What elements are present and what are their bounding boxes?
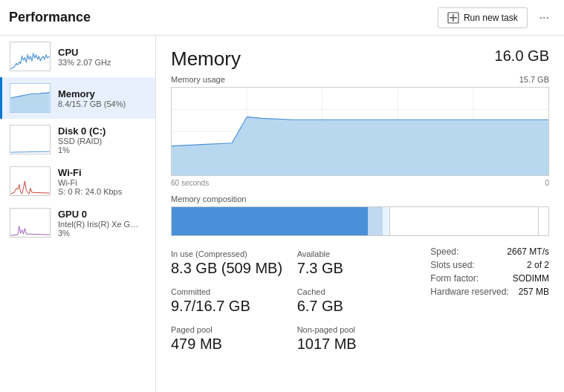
committed-value: 9.7/16.7 GB: [171, 298, 297, 315]
sidebar-item-cpu[interactable]: CPU 33% 2.07 GHz: [0, 36, 155, 77]
cpu-info: CPU 33% 2.07 GHz: [58, 47, 148, 67]
chart-axis: 60 seconds 0: [171, 179, 549, 187]
inuse-segment: [172, 207, 368, 235]
slots-row: Slots used: 2 of 2: [430, 260, 549, 270]
paged-pool-label: Paged pool: [171, 325, 297, 334]
non-paged-pool-value: 1017 MB: [297, 336, 424, 353]
disk-info: Disk 0 (C:) SSD (RAID) 1%: [58, 125, 148, 154]
wifi-label: Wi-Fi: [58, 167, 148, 178]
usage-label: Memory usage: [171, 75, 225, 84]
chart-left-label: 60 seconds: [171, 179, 209, 187]
svg-rect-2: [453, 14, 454, 22]
svg-marker-3: [10, 92, 49, 112]
slots-label: Slots used:: [430, 260, 474, 270]
committed-label: Committed: [171, 287, 297, 296]
gpu-info: GPU 0 Intel(R) Iris(R) Xe G… 3%: [58, 209, 148, 238]
gpu-thumbnail: [10, 208, 51, 238]
in-use-block: In use (Compressed) 8.3 GB (509 MB): [171, 246, 297, 284]
speed-value: 2667 MT/s: [507, 246, 549, 257]
hardware-segment: [538, 207, 548, 235]
in-use-value: 8.3 GB (509 MB): [171, 260, 297, 277]
app-container: Performance Run new task ···: [0, 0, 564, 392]
disk-label: Disk 0 (C:): [58, 125, 148, 137]
chart-right-label: 0: [545, 179, 549, 187]
run-new-task-button[interactable]: Run new task: [438, 7, 528, 28]
composition-label: Memory composition: [171, 195, 549, 203]
panel-total: 16.0 GB: [495, 48, 549, 65]
panel-title: Memory: [171, 48, 241, 71]
disk-sub1: SSD (RAID): [58, 137, 148, 146]
gpu-sub2: 3%: [58, 229, 148, 238]
hw-reserved-label: Hardware reserved:: [430, 287, 508, 297]
paged-pool-value: 479 MB: [171, 336, 297, 353]
available-block: Available 7.3 GB: [297, 246, 424, 284]
gpu-sub1: Intel(R) Iris(R) Xe G…: [58, 220, 148, 229]
wifi-info: Wi-Fi Wi-Fi S: 0 R: 24.0 Kbps: [58, 167, 148, 196]
modified-segment: [368, 207, 383, 235]
form-factor-value: SODIMM: [513, 273, 549, 284]
sidebar-item-disk[interactable]: Disk 0 (C:) SSD (RAID) 1%: [0, 119, 155, 160]
memory-thumbnail: [10, 83, 51, 113]
svg-marker-11: [172, 117, 548, 175]
header-actions: Run new task ···: [438, 7, 555, 28]
cpu-label: CPU: [58, 47, 148, 58]
speed-row: Speed: 2667 MT/s: [430, 246, 549, 257]
slots-value: 2 of 2: [527, 260, 549, 270]
cpu-sub: 33% 2.07 GHz: [58, 58, 148, 67]
memory-label: Memory: [58, 88, 148, 99]
disk-thumbnail: [10, 125, 51, 154]
in-use-label: In use (Compressed): [171, 249, 297, 258]
sidebar-item-wifi[interactable]: Wi-Fi Wi-Fi S: 0 R: 24.0 Kbps: [0, 160, 155, 202]
run-task-label: Run new task: [464, 13, 518, 23]
run-task-icon: [447, 12, 459, 24]
cached-block: Cached 6.7 GB: [297, 284, 424, 322]
speed-label: Speed:: [430, 246, 458, 257]
available-label: Available: [297, 249, 424, 258]
more-options-button[interactable]: ···: [534, 8, 555, 27]
composition-bar: [171, 206, 549, 236]
hw-reserved-value: 257 MB: [519, 287, 549, 297]
form-factor-row: Form factor: SODIMM: [430, 273, 549, 284]
free-segment: [390, 207, 538, 235]
non-paged-pool-block: Non-paged pool 1017 MB: [297, 322, 424, 360]
memory-chart: [171, 87, 549, 176]
committed-block: Committed 9.7/16.7 GB: [171, 284, 297, 322]
sidebar-item-gpu[interactable]: GPU 0 Intel(R) Iris(R) Xe G… 3%: [0, 202, 155, 244]
cpu-thumbnail: [10, 42, 51, 71]
cached-value: 6.7 GB: [297, 298, 424, 315]
stats-grid: In use (Compressed) 8.3 GB (509 MB) Avai…: [171, 246, 549, 360]
header: Performance Run new task ···: [0, 0, 564, 36]
panel-header: Memory 16.0 GB: [171, 48, 549, 71]
max-label: 15.7 GB: [519, 75, 549, 87]
disk-sub2: 1%: [58, 146, 148, 154]
paged-pool-block: Paged pool 479 MB: [171, 322, 297, 360]
non-paged-pool-label: Non-paged pool: [297, 325, 424, 334]
hw-reserved-row: Hardware reserved: 257 MB: [430, 287, 549, 297]
standby-segment: [383, 207, 390, 235]
wifi-thumbnail: [10, 166, 51, 196]
available-value: 7.3 GB: [297, 260, 424, 277]
cached-label: Cached: [297, 287, 424, 296]
main-content: CPU 33% 2.07 GHz Memory 8.4/15.7 GB (54%…: [0, 36, 564, 392]
wifi-sub2: S: 0 R: 24.0 Kbps: [58, 187, 148, 196]
wifi-sub1: Wi-Fi: [58, 178, 148, 187]
sidebar: CPU 33% 2.07 GHz Memory 8.4/15.7 GB (54%…: [0, 36, 156, 392]
memory-info: Memory 8.4/15.7 GB (54%): [58, 88, 148, 108]
sidebar-item-memory[interactable]: Memory 8.4/15.7 GB (54%): [0, 77, 155, 119]
page-title: Performance: [9, 10, 91, 25]
memory-sub: 8.4/15.7 GB (54%): [58, 99, 148, 108]
right-stats-block: Speed: 2667 MT/s Slots used: 2 of 2 Form…: [423, 246, 549, 360]
memory-chart-svg: [172, 88, 548, 175]
form-factor-label: Form factor:: [430, 273, 479, 284]
gpu-label: GPU 0: [58, 209, 148, 220]
memory-panel: Memory 16.0 GB Memory usage 15.7 GB: [156, 36, 564, 392]
